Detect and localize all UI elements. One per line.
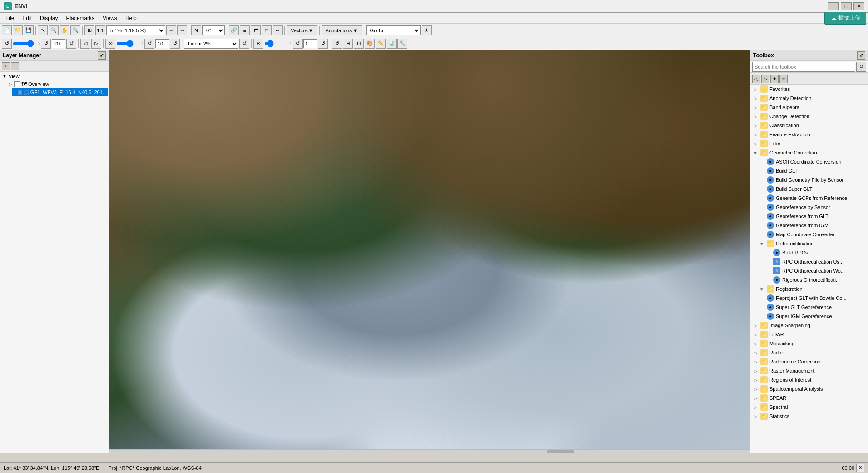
toolbox-item-map-coord[interactable]: ● Map Coordinate Converter bbox=[750, 230, 868, 239]
toolbox-item-mosaicking[interactable]: ▷ 📁 Mosaicking bbox=[750, 339, 868, 348]
zoom-out-button[interactable]: 🔍 bbox=[70, 25, 80, 35]
layer-expander[interactable] bbox=[13, 90, 16, 95]
change-detection-expander[interactable]: ▷ bbox=[752, 113, 759, 119]
toolbox-item-rpc-ortho-wo[interactable]: ✎ RPC Orthorectification Wo... bbox=[750, 266, 868, 275]
angle-dropdown[interactable]: 0° bbox=[202, 25, 225, 35]
channel-button[interactable]: ⊙ bbox=[105, 39, 115, 49]
toolbox-item-super-igm-georef[interactable]: ● Super IGM Georeference bbox=[750, 312, 868, 321]
maximize-button[interactable]: □ bbox=[841, 2, 852, 10]
toolbox-search-button[interactable]: ↺ bbox=[856, 62, 866, 72]
transparency-value[interactable] bbox=[303, 39, 317, 48]
horizontal-scrollbar[interactable] bbox=[109, 449, 750, 453]
toolbox-item-registration[interactable]: ▼ 📁 Registration bbox=[750, 284, 868, 294]
layer-manager-float-button[interactable]: ⤢ bbox=[98, 51, 106, 60]
overview-button[interactable]: □ bbox=[262, 25, 272, 35]
toolbox-item-ascii-coord[interactable]: ● ASCII Coordinate Conversion bbox=[750, 157, 868, 166]
north-arrow-button[interactable]: N bbox=[191, 25, 201, 35]
menu-edit[interactable]: Edit bbox=[19, 14, 35, 22]
refresh-transparency-button[interactable]: ↺ bbox=[293, 39, 303, 49]
zoom-fwd-button[interactable]: → bbox=[177, 25, 187, 35]
tools-button[interactable]: 🔧 bbox=[397, 39, 407, 49]
menu-file[interactable]: File bbox=[2, 14, 18, 22]
fit-button[interactable]: ⊞ bbox=[343, 39, 353, 49]
close-button[interactable]: ✕ bbox=[853, 2, 864, 10]
brightness-apply-button[interactable]: ↺ bbox=[66, 39, 76, 49]
toolbox-item-gen-gcps[interactable]: ● Generate GCPs from Reference bbox=[750, 194, 868, 203]
vectors-button[interactable]: Vectors ▼ bbox=[287, 25, 317, 35]
toolbox-item-reproject-glt[interactable]: ● Reproject GLT with Bowtie Co... bbox=[750, 294, 868, 303]
upload-button[interactable]: ☁ 插拢上传 bbox=[824, 12, 866, 25]
toolbox-item-raster-mgmt[interactable]: ▷ 📁 Raster Management bbox=[750, 366, 868, 375]
toolbox-item-georef-glt[interactable]: ● Georeference from GLT bbox=[750, 212, 868, 221]
toolbox-item-band-algebra[interactable]: ▷ 📁 Band Algebra bbox=[750, 103, 868, 112]
overview-node[interactable]: ▷ 🗺 Overview bbox=[6, 80, 108, 88]
toolbox-item-classification[interactable]: ▷ 📁 Classification bbox=[750, 121, 868, 130]
toolbox-item-build-geom[interactable]: ● Build Geometry File by Sensor bbox=[750, 175, 868, 184]
annotations-button[interactable]: Annotations ▼ bbox=[322, 25, 362, 35]
view-node[interactable]: ▼ View bbox=[1, 73, 108, 80]
toolbox-back-button[interactable]: ◁ bbox=[752, 75, 760, 83]
horizontal-thumb[interactable] bbox=[547, 450, 574, 453]
toolbox-item-super-glt-georef[interactable]: ● Super GLT Georeference bbox=[750, 303, 868, 312]
open-button[interactable]: 📁 bbox=[13, 25, 23, 35]
cursor-button[interactable]: ↔ bbox=[273, 25, 283, 35]
view-expander[interactable]: ▼ bbox=[2, 74, 7, 79]
measure-button[interactable]: 📏 bbox=[376, 39, 386, 49]
refresh-brightness-button[interactable]: ↺ bbox=[41, 39, 51, 49]
stretch-apply-button[interactable]: ↺ bbox=[239, 39, 249, 49]
zoom-in-button[interactable]: 🔍 bbox=[49, 25, 59, 35]
layer-node[interactable]: ✓ 🖼 GF1_WFV3_E116.4_N40.6_201... bbox=[12, 88, 108, 96]
view-sync-button[interactable]: ⇄ bbox=[251, 25, 261, 35]
map-area[interactable] bbox=[109, 50, 750, 453]
toolbox-item-lidar[interactable]: ▷ 📁 LiDAR bbox=[750, 330, 868, 339]
contrast-right-button[interactable]: ▷ bbox=[91, 39, 101, 49]
save-button[interactable]: 💾 bbox=[24, 25, 34, 35]
new-button[interactable]: 📄 bbox=[2, 25, 12, 35]
status-close-button[interactable]: ✕ bbox=[856, 464, 864, 472]
goto-dropdown[interactable]: Go To bbox=[366, 25, 421, 35]
toolbox-settings-button[interactable]: ☆ bbox=[779, 75, 788, 83]
toolbox-float-button[interactable]: ⤢ bbox=[857, 51, 865, 60]
toolbox-fwd-button[interactable]: ▷ bbox=[761, 75, 769, 83]
toolbox-item-build-super-glt[interactable]: ● Build Super GLT bbox=[750, 184, 868, 194]
toolbox-item-change-detection[interactable]: ▷ 📁 Change Detection bbox=[750, 112, 868, 121]
toolbox-item-radiometric[interactable]: ▷ 📁 Radiometric Correction bbox=[750, 357, 868, 366]
reset-brightness-button[interactable]: ↺ bbox=[2, 39, 12, 49]
toolbox-favorites-button[interactable]: ★ bbox=[770, 75, 779, 83]
feature-extraction-expander[interactable]: ▷ bbox=[752, 131, 759, 138]
toolbox-item-spatiotemporal[interactable]: ▷ 📁 Spatiotemporal Analysis bbox=[750, 384, 868, 393]
layer-button[interactable]: ≡ bbox=[240, 25, 250, 35]
zoom-back-button[interactable]: ← bbox=[166, 25, 176, 35]
zoom-actual-button[interactable]: 1:1 bbox=[95, 25, 105, 35]
toolbox-item-radar[interactable]: ▷ 📁 Radar bbox=[750, 348, 868, 357]
menu-help[interactable]: Help bbox=[122, 14, 140, 22]
toolbox-item-build-glt[interactable]: ● Build GLT bbox=[750, 166, 868, 175]
contrast-apply-button[interactable]: ↺ bbox=[170, 39, 180, 49]
toolbox-item-filter[interactable]: ▷ 📁 Filter bbox=[750, 139, 868, 148]
anomaly-expander[interactable]: ▷ bbox=[752, 95, 759, 101]
refresh-contrast-button[interactable]: ↺ bbox=[144, 39, 154, 49]
transparency-toggle[interactable]: ⊙ bbox=[253, 39, 263, 49]
contrast-left-button[interactable]: ◁ bbox=[80, 39, 90, 49]
toolbox-item-spectral[interactable]: ▷ 📁 Spectral bbox=[750, 403, 868, 412]
toolbox-item-favorites[interactable]: ▷ ⭐ Favorites bbox=[750, 85, 868, 94]
menu-placemarks[interactable]: Placemarks bbox=[62, 14, 98, 22]
zoom-dropdown[interactable]: 5.1% (1:19.5 ✕) bbox=[106, 25, 165, 35]
pan-button[interactable]: ✋ bbox=[60, 25, 69, 35]
bookmark-button[interactable]: ★ bbox=[422, 25, 432, 35]
layer-add-button[interactable]: + bbox=[2, 62, 10, 70]
minimize-button[interactable]: — bbox=[828, 2, 839, 10]
toolbox-item-rpc-ortho-us[interactable]: ✎ RPC Orthorectification Us... bbox=[750, 257, 868, 266]
overview-expander[interactable]: ▷ bbox=[7, 81, 13, 87]
color-button[interactable]: 🎨 bbox=[365, 39, 375, 49]
select-button[interactable]: ↖ bbox=[38, 25, 48, 35]
filter-expander[interactable]: ▷ bbox=[752, 140, 759, 147]
zoom-window-button[interactable]: ⊡ bbox=[354, 39, 364, 49]
registration-expander[interactable]: ▼ bbox=[759, 286, 765, 292]
toolbox-search-input[interactable] bbox=[752, 62, 855, 72]
menu-views[interactable]: Views bbox=[99, 14, 121, 22]
link-button[interactable]: 🔗 bbox=[229, 25, 239, 35]
band-algebra-expander[interactable]: ▷ bbox=[752, 104, 759, 110]
zoom-fit-button[interactable]: ⊞ bbox=[84, 25, 94, 35]
transparency-apply-button[interactable]: ↺ bbox=[318, 39, 328, 49]
